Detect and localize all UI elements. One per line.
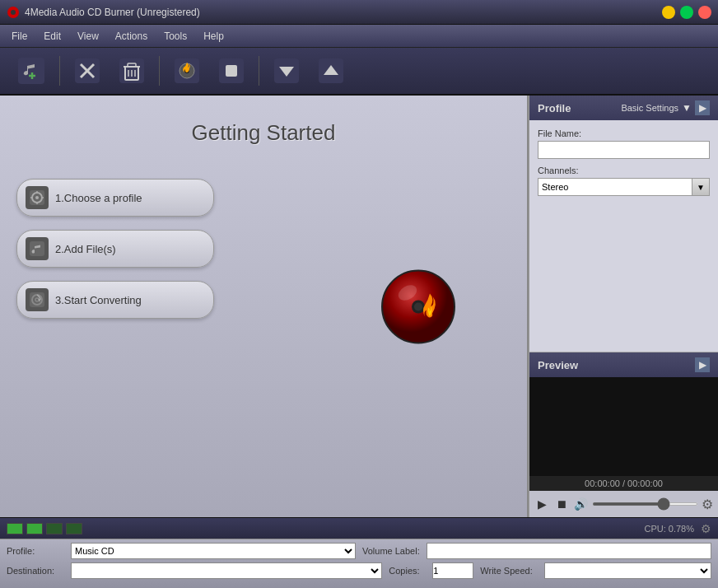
menu-edit[interactable]: Edit <box>35 27 69 45</box>
volume-slider[interactable] <box>592 502 698 506</box>
move-up-button[interactable] <box>310 52 352 90</box>
title-bar: 4Media Audio CD Burner (Unregistered) <box>0 0 718 25</box>
cd-logo <box>379 264 461 349</box>
close-button[interactable] <box>67 52 108 90</box>
add-music-button[interactable] <box>10 51 53 91</box>
basic-settings-arrow: ▼ <box>682 102 692 114</box>
step-1-label: 1.Choose a profile <box>55 192 142 204</box>
close-window-button[interactable] <box>698 6 711 19</box>
file-name-input[interactable] <box>538 141 710 159</box>
step-2-button[interactable]: 2.Add File(s) <box>16 230 214 268</box>
svg-point-26 <box>35 196 39 199</box>
delete-button[interactable] <box>111 52 152 90</box>
channels-select-wrapper: Stereo Mono Joint Stereo ▼ <box>538 178 710 196</box>
cpu-bar-2 <box>26 523 43 534</box>
right-panel: Profile Basic Settings ▼ ▶ File Name: Ch… <box>529 96 718 517</box>
move-down-button[interactable] <box>266 52 307 90</box>
bottom-row-2: Destination: Copies: Write Speed: <box>7 562 711 579</box>
title-text: 4Media Audio CD Burner (Unregistered) <box>25 7 657 18</box>
bottom-row-1: Profile: Music CD Volume Label: <box>7 543 711 559</box>
step-3-button[interactable]: 3.Start Converting <box>16 281 214 319</box>
preview-settings-button[interactable]: ⚙ <box>702 497 713 512</box>
copies-label: Copies: <box>389 566 426 576</box>
step-3-label: 3.Start Converting <box>55 294 142 306</box>
left-panel: Getting Started 1.Choose a profile <box>0 96 529 517</box>
profile-header: Profile Basic Settings ▼ ▶ <box>529 96 718 120</box>
preview-section: Preview ▶ 00:00:00 / 00:00:00 ▶ ⏹ 🔊 ⚙ <box>529 352 718 517</box>
svg-rect-31 <box>30 241 44 256</box>
channels-label: Channels: <box>538 166 710 175</box>
play-button[interactable]: ▶ <box>534 494 550 514</box>
file-name-label: File Name: <box>538 128 710 138</box>
write-speed-label: Write Speed: <box>480 566 538 576</box>
menu-tools[interactable]: Tools <box>156 27 195 45</box>
preview-header: Preview ▶ <box>529 352 718 377</box>
volume-button[interactable]: 🔊 <box>573 494 589 514</box>
toolbar-separator-3 <box>259 56 259 86</box>
menu-file[interactable]: File <box>3 27 35 45</box>
stop-preview-button[interactable]: ⏹ <box>553 494 569 514</box>
profile-panel-title: Profile <box>538 102 571 114</box>
destination-select[interactable] <box>71 562 382 579</box>
menu-view[interactable]: View <box>69 27 107 45</box>
burn-button[interactable] <box>166 52 207 90</box>
svg-point-1 <box>11 10 16 15</box>
toolbar <box>0 48 718 96</box>
profile-form: File Name: Channels: Stereo Mono Joint S… <box>529 120 718 204</box>
preview-timecode: 00:00:00 / 00:00:00 <box>529 476 718 491</box>
svg-rect-2 <box>18 58 44 84</box>
toolbar-separator-2 <box>159 56 160 86</box>
preview-expand-button[interactable]: ▶ <box>695 357 710 372</box>
step-2-label: 2.Add File(s) <box>55 243 116 255</box>
getting-started-title: Getting Started <box>192 120 336 146</box>
cpu-bar-4 <box>66 523 82 534</box>
step-3-icon <box>26 288 49 311</box>
step-1-icon <box>26 186 49 209</box>
main-container: Getting Started 1.Choose a profile <box>0 96 718 517</box>
preview-title: Preview <box>538 359 578 371</box>
menu-help[interactable]: Help <box>195 27 232 45</box>
panel-expand-button[interactable]: ▶ <box>695 100 710 115</box>
cpu-bar-3 <box>46 523 63 534</box>
destination-label: Destination: <box>7 566 64 576</box>
preview-screen <box>529 377 718 476</box>
preview-controls: ▶ ⏹ 🔊 ⚙ <box>529 491 718 517</box>
svg-rect-19 <box>226 65 237 77</box>
write-speed-select[interactable] <box>544 562 711 579</box>
app-icon <box>7 6 20 19</box>
minimize-button[interactable] <box>662 6 675 19</box>
menu-actions[interactable]: Actions <box>107 27 156 45</box>
cpu-usage-text: CPU: 0.78% <box>644 524 694 534</box>
profile-select[interactable]: Music CD <box>71 543 356 559</box>
step-2-icon <box>26 237 49 260</box>
toolbar-separator-1 <box>59 56 60 86</box>
bottom-bar: Profile: Music CD Volume Label: Destinat… <box>0 539 718 588</box>
step-1-button[interactable]: 1.Choose a profile <box>16 179 214 217</box>
menu-bar: File Edit View Actions Tools Help <box>0 25 718 48</box>
cpu-indicators <box>7 523 82 534</box>
steps-container: 1.Choose a profile 2.Add File(s) <box>16 179 214 319</box>
cpu-settings-icon[interactable]: ⚙ <box>701 522 711 535</box>
cpu-bar-1 <box>7 523 23 534</box>
maximize-button[interactable] <box>680 6 693 19</box>
copies-input[interactable] <box>432 562 473 579</box>
volume-label-text: Volume Label: <box>362 546 420 556</box>
stop-button[interactable] <box>211 52 252 90</box>
profile-label: Profile: <box>7 546 64 556</box>
status-bar: CPU: 0.78% ⚙ <box>0 517 718 539</box>
volume-label-input[interactable] <box>427 543 711 559</box>
svg-point-40 <box>414 303 422 311</box>
channels-select[interactable]: Stereo Mono Joint Stereo <box>538 178 710 196</box>
basic-settings-button[interactable]: Basic Settings <box>621 103 678 113</box>
